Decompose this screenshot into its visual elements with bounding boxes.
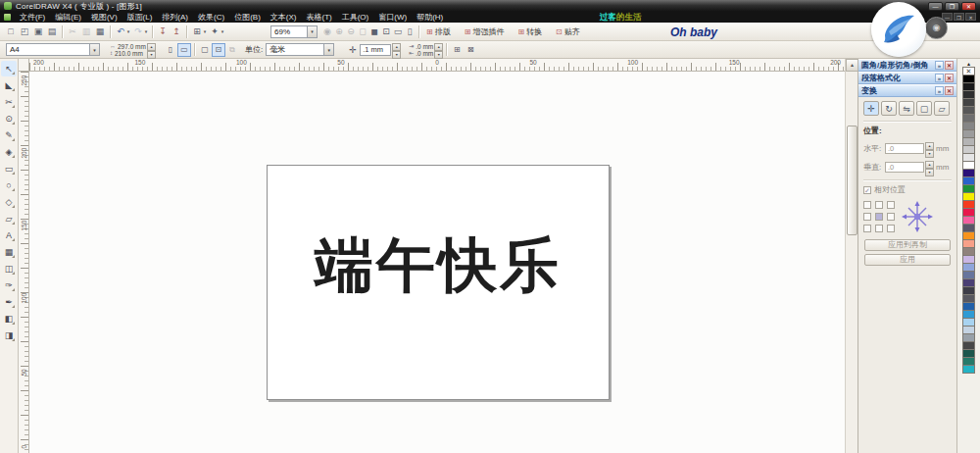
relative-position-checkbox[interactable]: ✓ xyxy=(863,186,871,194)
menu-item[interactable]: 工具(O) xyxy=(337,12,374,23)
transform-rotate-button[interactable]: ↻ xyxy=(881,101,897,116)
current-page-button[interactable]: ⊡ xyxy=(212,43,225,57)
portrait-button[interactable]: ▯ xyxy=(164,43,177,57)
menu-item[interactable]: 窗口(W) xyxy=(373,12,412,23)
minimize-button[interactable]: — xyxy=(928,2,943,11)
landscape-button[interactable]: ▭ xyxy=(177,43,191,57)
basic-shapes-tool[interactable]: ▱ xyxy=(1,211,17,226)
transform-size-button[interactable]: ▢ xyxy=(916,101,932,116)
anchor-checkbox[interactable] xyxy=(875,201,883,209)
copy-button[interactable]: ▥ xyxy=(79,25,93,38)
zoom-in-icon[interactable]: ⊕ xyxy=(333,25,345,38)
duplicate-spinner[interactable]: ▴▾ xyxy=(434,43,443,56)
zoom-all-icon[interactable]: ◼ xyxy=(368,25,380,38)
paste-button[interactable]: ▦ xyxy=(93,25,107,38)
page-artwork-text[interactable]: 端午快乐 xyxy=(268,226,609,306)
plugin-button[interactable]: ⊡贴齐 xyxy=(552,25,584,39)
menu-item[interactable]: 版面(L) xyxy=(122,12,158,23)
palette-swatch[interactable] xyxy=(962,365,975,374)
anchor-checkbox[interactable] xyxy=(863,201,871,209)
rectangle-tool[interactable]: ▭ xyxy=(1,161,17,176)
ellipse-tool[interactable]: ○ xyxy=(1,177,17,193)
export-button[interactable]: ↥ xyxy=(170,25,183,38)
crop-tool[interactable]: ✂ xyxy=(1,94,17,110)
paper-size-fields[interactable]: ↔297.0 mm ↕210.0 mm xyxy=(110,43,146,57)
zoom-out-icon[interactable]: ⊖ xyxy=(345,25,357,38)
close-button[interactable]: ✕ xyxy=(961,2,976,11)
zoom-level-combo[interactable]: 69% ▾ xyxy=(270,25,318,38)
pick-tool[interactable]: ↖ xyxy=(1,61,17,76)
menu-item[interactable]: 视图(V) xyxy=(86,12,122,23)
transform-skew-button[interactable]: ▱ xyxy=(934,101,950,116)
apply-button[interactable]: 应用 xyxy=(864,254,951,266)
zoom-height-icon[interactable]: ▯ xyxy=(404,25,416,38)
drawing-canvas[interactable]: 端午快乐 xyxy=(29,72,845,453)
layout-button[interactable]: ⧉ xyxy=(225,43,239,57)
print-button[interactable]: ▤ xyxy=(45,25,59,38)
open-button[interactable]: ◰ xyxy=(18,25,31,38)
menu-item[interactable]: 帮助(H) xyxy=(412,12,448,23)
zoom-levels-icon[interactable]: ◉ xyxy=(321,25,333,38)
anchor-checkbox[interactable] xyxy=(875,225,883,232)
paper-preset-combo[interactable]: A4 ▾ xyxy=(6,43,100,56)
restore-button[interactable]: ❐ xyxy=(945,2,959,11)
anchor-checkbox[interactable] xyxy=(863,213,871,221)
freehand-tool[interactable]: ✎ xyxy=(1,127,17,143)
scrollbar-thumb[interactable] xyxy=(847,126,858,235)
shape-tool[interactable]: ◣ xyxy=(1,77,17,93)
chevron-down-icon[interactable]: ▾ xyxy=(220,28,225,34)
docker-expand-icon[interactable]: » xyxy=(935,74,944,82)
zoom-page-icon[interactable]: ⊡ xyxy=(380,25,392,38)
units-combo[interactable]: 毫米 ▾ xyxy=(266,43,334,56)
plugin-button[interactable]: ⊞转换 xyxy=(514,25,546,39)
duplicate-distance-fields[interactable]: ⇥.0 mm ⇤.0 mm xyxy=(409,43,433,57)
chevron-down-icon[interactable]: ▾ xyxy=(307,26,317,37)
text-tool[interactable]: A xyxy=(1,227,17,243)
vertical-field[interactable]: .0 xyxy=(885,162,924,173)
menu-item[interactable]: 位图(B) xyxy=(229,12,266,23)
polygon-tool[interactable]: ◇ xyxy=(1,194,17,210)
docker-expand-icon[interactable]: » xyxy=(935,61,944,70)
menu-item[interactable]: 文本(X) xyxy=(266,12,302,23)
docker-title-transform[interactable]: 变换 »✕ xyxy=(858,84,956,97)
docker-close-icon[interactable]: ✕ xyxy=(945,86,954,95)
options-button[interactable]: ⊠ xyxy=(464,43,477,57)
menu-item[interactable]: 效果(C) xyxy=(193,12,229,23)
zoom-tool[interactable]: ⊙ xyxy=(1,111,17,126)
nudge-field[interactable]: .1 mm xyxy=(360,44,391,56)
smart-fill-tool[interactable]: ◈ xyxy=(1,144,17,160)
anchor-checkbox[interactable] xyxy=(887,225,895,232)
doc-close-button[interactable]: ✕ xyxy=(965,13,976,21)
docker-close-icon[interactable]: ✕ xyxy=(945,61,954,70)
cut-button[interactable]: ✂ xyxy=(66,25,79,38)
plugin-button[interactable]: ⊞排版 xyxy=(422,25,455,39)
snap-button[interactable]: ⊞ xyxy=(450,43,464,57)
docker-title-paragraph[interactable]: 段落格式化 »✕ xyxy=(858,72,956,84)
anchor-checkbox[interactable] xyxy=(863,225,871,232)
horizontal-field[interactable]: .0 xyxy=(885,143,924,154)
horizontal-spinner[interactable]: ▴▾ xyxy=(925,142,934,155)
vertical-scrollbar[interactable]: ▴ xyxy=(845,59,858,453)
nudge-spinner[interactable]: ▴▾ xyxy=(392,43,401,56)
apply-to-duplicate-button[interactable]: 应用到再制 xyxy=(864,239,951,251)
transform-scale-mirror-button[interactable]: ⇋ xyxy=(899,101,914,116)
anchor-checkbox[interactable] xyxy=(875,213,883,221)
transform-position-button[interactable]: ✛ xyxy=(863,101,879,116)
menu-item[interactable]: 编辑(E) xyxy=(50,12,86,23)
fill-tool[interactable]: ◧ xyxy=(1,311,17,327)
paper-size-spinner[interactable]: ▴▾ xyxy=(147,43,156,56)
eyedropper-tool[interactable]: ✑ xyxy=(1,277,17,293)
zoom-width-icon[interactable]: ▭ xyxy=(392,25,404,38)
all-pages-button[interactable]: ▢ xyxy=(198,43,212,57)
import-button[interactable]: ↧ xyxy=(156,25,170,38)
redo-button[interactable]: ↷ xyxy=(131,25,145,38)
chevron-down-icon[interactable]: ▾ xyxy=(89,44,99,55)
new-button[interactable]: □ xyxy=(4,25,18,38)
table-tool[interactable]: ▦ xyxy=(1,244,17,260)
anchor-checkbox[interactable] xyxy=(887,213,895,221)
interactive-fill-tool[interactable]: ◨ xyxy=(1,327,17,343)
chevron-down-icon[interactable]: ▾ xyxy=(323,44,333,55)
menu-item[interactable]: 文件(F) xyxy=(15,12,50,23)
outline-tool[interactable]: ✒ xyxy=(1,294,17,310)
document-page[interactable]: 端午快乐 xyxy=(267,165,610,400)
